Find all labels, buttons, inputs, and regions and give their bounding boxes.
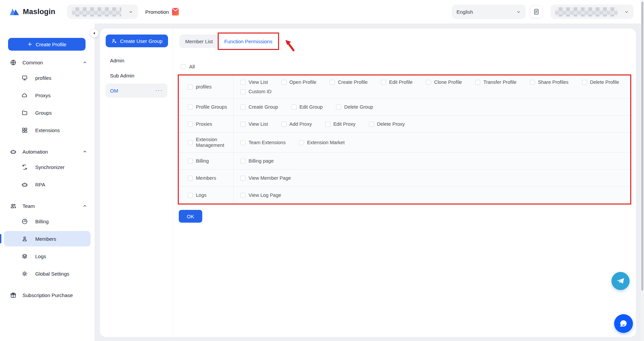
red-packet-icon — [172, 8, 179, 16]
language-select[interactable]: English — [452, 5, 526, 19]
group-more-menu[interactable]: ··· — [155, 88, 163, 94]
plus-icon — [27, 42, 33, 47]
permission-checkbox-delete-proxy[interactable]: Delete Proxy — [369, 119, 405, 129]
sidebar-item-groups[interactable]: Groups — [0, 104, 95, 121]
brand-logo[interactable]: Maslogin — [9, 7, 55, 16]
sidebar-item-label: Proxys — [35, 93, 51, 98]
folder-icon — [21, 110, 28, 116]
checkbox — [281, 122, 286, 127]
module-actions: Create Group Edit Group Delete Group — [234, 99, 630, 115]
checkbox — [188, 159, 193, 164]
sidebar-item-label: RPA — [35, 182, 45, 187]
scrollbar-thumb[interactable] — [641, 2, 643, 291]
checkbox — [325, 122, 330, 127]
sidebar-item-synchronizer[interactable]: Synchronizer — [0, 158, 95, 176]
permission-checkbox-create-group[interactable]: Create Group — [240, 102, 278, 112]
create-profile-button[interactable]: Create Profile — [8, 38, 86, 51]
select-all-checkbox[interactable]: All — [181, 64, 204, 69]
module-checkbox-profile-groups[interactable]: Profile Groups — [179, 99, 234, 115]
permission-checkbox-delete-group[interactable]: Delete Group — [336, 102, 373, 112]
permission-checkbox-extension-market[interactable]: Extension Market — [299, 138, 344, 147]
permission-checkbox-view-list[interactable]: View List — [240, 77, 268, 87]
permission-label: View List — [249, 121, 268, 127]
chat-bubble-icon — [619, 319, 629, 329]
promotion-link[interactable]: Promotion — [145, 8, 179, 16]
checkbox — [426, 80, 431, 85]
permission-checkbox-delete-profile[interactable]: Delete Profile — [582, 77, 619, 87]
permission-checkbox-edit-profile[interactable]: Edit Profile — [381, 77, 413, 87]
module-checkbox-profiles[interactable]: profiles — [179, 75, 234, 98]
module-checkbox-members[interactable]: Members — [179, 170, 234, 186]
module-checkbox-logs[interactable]: Logs — [179, 187, 234, 204]
sidebar-section-automation[interactable]: Automation — [0, 145, 95, 158]
permission-label: Clone Profile — [434, 79, 462, 85]
globe-icon — [10, 59, 16, 66]
sidebar-item-rpa[interactable]: RPA — [0, 176, 95, 193]
user-group-admin[interactable]: Admin — [106, 53, 167, 67]
sidebar-item-global-settings[interactable]: Global Settings — [0, 265, 95, 282]
checkbox — [188, 105, 193, 110]
permission-label: Edit Group — [300, 104, 323, 110]
module-checkbox-billing[interactable]: Billing — [179, 153, 234, 169]
permission-checkbox-clone-profile[interactable]: Clone Profile — [426, 77, 462, 87]
module-label: Extension Management — [196, 137, 229, 148]
permission-label: Edit Proxy — [333, 121, 356, 127]
user-group-sub-admin[interactable]: Sub Admin — [106, 68, 167, 82]
module-actions: Billing page — [234, 153, 630, 169]
module-actions: View Log Page — [234, 187, 630, 204]
sidebar-item-label: Logs — [35, 253, 46, 259]
sidebar-item-subscription-purchase[interactable]: Subscription Purchase — [0, 288, 95, 302]
sidebar-item-proxys[interactable]: Proxys — [0, 87, 95, 104]
module-checkbox-proxies[interactable]: Proxies — [179, 116, 234, 132]
workspace-selector[interactable] — [67, 5, 138, 19]
permission-checkbox-view-list[interactable]: View List — [240, 119, 268, 129]
sidebar-collapse-button[interactable] — [90, 29, 99, 38]
permission-checkbox-add-proxy[interactable]: Add Proxy — [281, 119, 312, 129]
permission-label: Add Proxy — [289, 121, 312, 127]
permission-checkbox-billing-page[interactable]: Billing page — [240, 156, 274, 166]
tab-function-permissions[interactable]: Function Permissions — [219, 35, 278, 48]
module-actions: View Member Page — [234, 170, 630, 186]
team-icon — [10, 203, 16, 209]
sidebar-item-logs[interactable]: Logs — [0, 247, 95, 265]
permission-checkbox-team-extensions[interactable]: Team Extensions — [240, 138, 285, 147]
robot-icon — [10, 149, 16, 155]
permission-checkbox-create-profile[interactable]: Create Profile — [330, 77, 368, 87]
permission-checkbox-share-profiles[interactable]: Share Profiles — [530, 77, 569, 87]
checkbox — [188, 193, 193, 198]
checkbox — [299, 140, 304, 145]
account-menu[interactable] — [550, 5, 634, 19]
user-group-om[interactable]: OM ··· — [106, 83, 167, 98]
sidebar-item-extensions[interactable]: Extensions — [0, 121, 95, 139]
sidebar-section-team[interactable]: Team — [0, 199, 95, 213]
permission-checkbox-edit-proxy[interactable]: Edit Proxy — [325, 119, 356, 129]
permission-checkbox-view-member-page[interactable]: View Member Page — [240, 173, 291, 183]
permission-label: Team Extensions — [249, 140, 285, 145]
sidebar-item-billing[interactable]: Billing — [0, 213, 95, 230]
checkbox — [240, 193, 246, 198]
members-page-card: Create User Group Admin Sub Admin OM ···… — [100, 29, 636, 337]
ok-button[interactable]: OK — [179, 210, 202, 223]
live-chat-button[interactable] — [614, 314, 633, 333]
checkbox — [240, 176, 246, 181]
user-group-list: Admin Sub Admin OM ··· — [106, 53, 167, 98]
active-indicator — [0, 234, 1, 243]
create-user-group-label: Create User Group — [120, 38, 163, 44]
chevron-down-icon — [128, 9, 133, 14]
permission-checkbox-transfer-profile[interactable]: Transfer Profile — [475, 77, 517, 87]
tab-member-list[interactable]: Member List — [179, 35, 219, 48]
permission-checkbox-custom-id[interactable]: Custom ID — [240, 87, 272, 96]
page-scrollbar[interactable] — [641, 0, 644, 341]
telegram-button[interactable] — [611, 272, 630, 290]
changelog-button[interactable] — [530, 5, 543, 18]
sidebar-section-common[interactable]: Common — [0, 56, 95, 69]
permission-checkbox-view-log-page[interactable]: View Log Page — [240, 190, 281, 200]
module-checkbox-extension-management[interactable]: Extension Management — [179, 133, 234, 152]
create-user-group-button[interactable]: Create User Group — [106, 35, 168, 47]
chevron-up-icon — [83, 149, 87, 154]
permission-checkbox-edit-group[interactable]: Edit Group — [291, 102, 323, 112]
sidebar-item-members[interactable]: Members — [4, 231, 91, 246]
permission-label: Delete Group — [344, 104, 373, 110]
permission-checkbox-open-profile[interactable]: Open Profile — [281, 77, 317, 87]
sidebar-item-profiles[interactable]: profiles — [0, 69, 95, 87]
